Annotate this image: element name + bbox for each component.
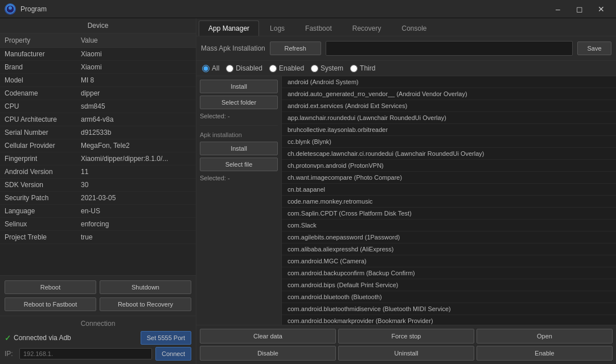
tab-app-manager[interactable]: App Manager	[199, 20, 259, 36]
app-list-item[interactable]: com.android.bookmarkprovider (Bookmark P…	[282, 315, 616, 325]
property-cell: Serial Number	[0, 126, 76, 139]
table-row: Security Patch2021-03-05	[0, 192, 196, 205]
connection-status-row: ✓ Connected via Adb Set 5555 Port	[5, 331, 191, 345]
minimize-button[interactable]: –	[548, 1, 568, 17]
left-panel: Device Property Value ManufacturerXiaomi…	[0, 18, 196, 364]
filter-system[interactable]: System	[311, 64, 343, 72]
filter-enabled[interactable]: Enabled	[269, 64, 304, 72]
property-cell: CPU	[0, 100, 76, 113]
app-list-item[interactable]: com.android.bluetooth (Bluetooth)	[282, 291, 616, 303]
value-cell: true	[76, 231, 196, 244]
ip-input[interactable]	[19, 348, 152, 359]
reboot-fastboot-button[interactable]: Reboot to Fastboot	[5, 297, 96, 311]
svg-point-1	[9, 6, 12, 10]
value-cell: sdm845	[76, 100, 196, 113]
check-icon: ✓	[5, 333, 11, 342]
property-cell: Selinux	[0, 218, 76, 231]
close-button[interactable]: ✕	[591, 1, 611, 17]
right-panel: App Manager Logs Fastboot Recovery Conso…	[196, 18, 616, 364]
save-button[interactable]: Save	[577, 42, 611, 55]
connection-title: Connection	[5, 320, 191, 328]
app-list-item[interactable]: code.name.monkey.retromusic	[282, 196, 616, 208]
app-list-item[interactable]: android.ext.services (Android Ext Servic…	[282, 100, 616, 112]
property-cell: Brand	[0, 61, 76, 74]
select-folder-button[interactable]: Select folder	[200, 96, 278, 109]
app-list-item[interactable]: com.Slack	[282, 220, 616, 231]
table-row: FingerprintXiaomi/dipper/dipper:8.1.0/..…	[0, 152, 196, 166]
device-action-buttons: Reboot Shutdown Reboot to Fastboot Reboo…	[0, 275, 196, 316]
app-list-item[interactable]: android.auto_generated_rro_vendor__ (And…	[282, 88, 616, 100]
app-list-item[interactable]: com.android.bips (Default Print Service)	[282, 279, 616, 291]
app-list-item[interactable]: ch.protonvpn.android (ProtonVPN)	[282, 160, 616, 172]
app-list-item[interactable]: cn.bt.aapanel	[282, 184, 616, 196]
set-port-button[interactable]: Set 5555 Port	[141, 331, 191, 345]
app-list-item[interactable]: com.android.MGC (Camera)	[282, 255, 616, 267]
app-list-item[interactable]: bruhcollective.itaysonlab.orbitreader	[282, 124, 616, 136]
content-row: Install Select folder Selected: - Apk in…	[196, 76, 616, 325]
app-list-item[interactable]: android (Android System)	[282, 76, 616, 88]
select-file-button[interactable]: Select file	[200, 158, 278, 171]
property-cell: Fingerprint	[0, 152, 76, 166]
window-controls: – ◻ ✕	[548, 1, 611, 17]
property-cell: Model	[0, 74, 76, 87]
mass-apk-label: Mass Apk Installation	[201, 44, 265, 52]
value-cell: 11	[76, 166, 196, 179]
table-row: Codenamedipper	[0, 87, 196, 100]
app-list-item[interactable]: com.alibaba.aliexpresshd (AliExpress)	[282, 243, 616, 255]
app-logo	[5, 3, 16, 15]
ip-row: IP: Connect	[5, 347, 191, 361]
apk-install-button[interactable]: Install	[200, 142, 278, 155]
tab-fastboot[interactable]: Fastboot	[295, 20, 342, 36]
value-cell: en-US	[76, 205, 196, 218]
maximize-button[interactable]: ◻	[569, 1, 590, 17]
connect-button[interactable]: Connect	[155, 347, 191, 361]
table-row: SDK Version30	[0, 179, 196, 192]
app-title: Program	[20, 5, 548, 13]
app-list-item[interactable]: cc.blynk (Blynk)	[282, 136, 616, 148]
property-cell: Manufacturer	[0, 48, 76, 61]
main-content: Device Property Value ManufacturerXiaomi…	[0, 18, 616, 364]
clear-data-button[interactable]: Clear data	[200, 329, 336, 344]
filter-all[interactable]: All	[202, 64, 219, 72]
uninstall-button[interactable]: Uninstall	[338, 346, 474, 361]
apk-install-label: Apk installation	[200, 130, 278, 139]
table-row: BrandXiaomi	[0, 61, 196, 74]
tab-console[interactable]: Console	[392, 20, 436, 36]
tab-logs[interactable]: Logs	[260, 20, 294, 36]
app-list-item[interactable]: com.agilebits.onepassword (1Password)	[282, 231, 616, 243]
mass-install-button[interactable]: Install	[200, 80, 278, 93]
value-cell: enforcing	[76, 218, 196, 231]
reboot-button[interactable]: Reboot	[5, 280, 96, 294]
ip-label: IP:	[5, 350, 16, 358]
table-row: CPUsdm845	[0, 100, 196, 113]
disable-button[interactable]: Disable	[200, 346, 336, 361]
value-cell: MegaFon, Tele2	[76, 139, 196, 152]
enable-button[interactable]: Enable	[477, 346, 613, 361]
table-row: Selinuxenforcing	[0, 218, 196, 231]
value-cell: Xiaomi	[76, 61, 196, 74]
force-stop-button[interactable]: Force stop	[338, 329, 474, 344]
app-list-item[interactable]: ch.deletescape.lawnchair.ci.roundedui (L…	[282, 148, 616, 160]
app-list-item[interactable]: ch.want.imagecompare (Photo Compare)	[282, 172, 616, 184]
app-list-item[interactable]: com.android.backupconfirm (Backup Confir…	[282, 267, 616, 279]
value-cell: d912533b	[76, 126, 196, 139]
property-cell: SDK Version	[0, 179, 76, 192]
app-list-item[interactable]: com.Saplin.CPDT (Cross Platform Disk Tes…	[282, 208, 616, 220]
value-column-header: Value	[76, 34, 196, 48]
filter-third[interactable]: Third	[350, 64, 375, 72]
shutdown-button[interactable]: Shutdown	[100, 280, 191, 294]
app-list-item[interactable]: com.android.bluetoothmidiservice (Blueto…	[282, 303, 616, 315]
value-cell: MI 8	[76, 74, 196, 87]
table-row: Cellular ProviderMegaFon, Tele2	[0, 139, 196, 152]
filter-disabled[interactable]: Disabled	[226, 64, 262, 72]
refresh-button[interactable]: Refresh	[270, 42, 321, 55]
device-table: Property Value ManufacturerXiaomiBrandXi…	[0, 34, 196, 275]
table-row: Android Version11	[0, 166, 196, 179]
reboot-recovery-button[interactable]: Reboot to Recovery	[100, 297, 191, 311]
search-input[interactable]	[326, 41, 573, 56]
app-list-item[interactable]: app.lawnchair.roundedui (Lawnchair Round…	[282, 112, 616, 124]
table-row: CPU Architecturearm64-v8a	[0, 113, 196, 126]
open-button[interactable]: Open	[477, 329, 613, 344]
tab-recovery[interactable]: Recovery	[343, 20, 391, 36]
table-row: ModelMI 8	[0, 74, 196, 87]
